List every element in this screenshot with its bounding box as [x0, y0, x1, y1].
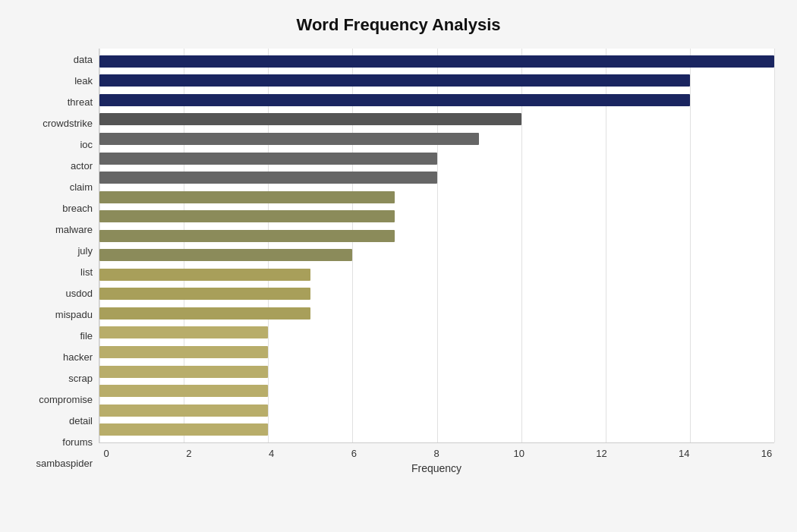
y-label: compromise: [39, 395, 93, 405]
bar-row: [99, 110, 774, 130]
x-tick: 12: [594, 448, 610, 459]
bar: [99, 172, 437, 184]
bar-row: [99, 90, 774, 110]
bar-row: [99, 381, 774, 401]
bar: [99, 307, 310, 320]
y-label: actor: [71, 161, 93, 171]
y-label: july: [77, 246, 93, 256]
bar-row: [99, 52, 774, 71]
bar: [99, 269, 310, 281]
bar: [99, 55, 774, 68]
y-label: sambaspider: [36, 458, 93, 468]
bar-row: [99, 401, 774, 420]
y-axis-labels: dataleakthreatcrowdstrikeiocactorclaimbr…: [23, 49, 99, 474]
bar-row: [99, 71, 774, 91]
x-tick: 14: [676, 448, 691, 459]
bars-and-x-area: 0246810121416 Frequency: [99, 49, 774, 474]
y-label: threat: [68, 97, 93, 107]
bar-row: [99, 362, 774, 382]
x-tick: 4: [264, 448, 279, 459]
bar: [99, 133, 479, 145]
bar-row: [99, 285, 774, 304]
x-tick: 0: [99, 448, 114, 459]
bar-row: [99, 323, 774, 343]
bar: [99, 74, 690, 87]
chart-title: Word Frequency Analysis: [23, 15, 774, 35]
bar-row: [99, 420, 774, 439]
bar: [99, 230, 395, 242]
bar: [99, 249, 352, 261]
y-label: ioc: [80, 140, 93, 150]
bar: [99, 113, 521, 125]
y-label: detail: [69, 416, 93, 426]
bar: [99, 153, 437, 165]
bar-row: [99, 342, 774, 362]
bar-row: [99, 245, 774, 265]
grid-line: [774, 49, 775, 442]
bar-row: [99, 187, 774, 207]
chart-area: dataleakthreatcrowdstrikeiocactorclaimbr…: [23, 49, 774, 474]
bar-row: [99, 168, 774, 187]
y-label: hacker: [63, 352, 93, 362]
y-label: list: [80, 267, 93, 277]
y-label: data: [74, 55, 93, 65]
x-axis: 0246810121416: [99, 443, 774, 459]
bars-area: [99, 49, 774, 443]
x-axis-label: Frequency: [99, 462, 774, 474]
bar: [99, 385, 268, 397]
y-label: malware: [55, 225, 93, 235]
y-label: leak: [74, 76, 93, 86]
y-label: breach: [62, 203, 93, 213]
bar: [99, 326, 268, 338]
bars-inner: [99, 49, 774, 442]
bar-row: [99, 226, 774, 246]
y-label: claim: [70, 182, 93, 192]
x-tick: 8: [429, 448, 444, 459]
bar: [99, 288, 310, 300]
x-tick: 16: [759, 448, 774, 459]
bar: [99, 366, 268, 378]
y-label: forums: [62, 437, 93, 447]
y-label: crowdstrike: [43, 118, 93, 128]
bar-row: [99, 149, 774, 168]
x-tick: 6: [346, 448, 361, 459]
y-label: usdod: [66, 288, 93, 298]
bar: [99, 210, 395, 222]
y-label: scrap: [68, 373, 93, 383]
bar: [99, 405, 268, 417]
x-tick: 2: [181, 448, 197, 459]
bar-row: [99, 129, 774, 149]
bar: [99, 346, 268, 358]
bar: [99, 423, 268, 436]
bar-row: [99, 206, 774, 226]
bar-row: [99, 265, 774, 285]
bar: [99, 94, 690, 106]
bar-row: [99, 304, 774, 323]
chart-container: Word Frequency Analysis dataleakthreatcr…: [0, 0, 797, 532]
x-tick: 10: [512, 448, 527, 459]
bar: [99, 191, 395, 203]
y-label: file: [80, 331, 93, 341]
y-label: mispadu: [55, 310, 93, 320]
